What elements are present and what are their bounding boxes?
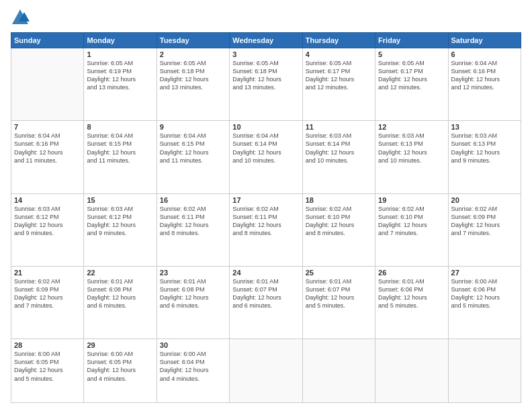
- day-number: 11: [306, 123, 372, 131]
- calendar-cell: 16Sunrise: 6:02 AMSunset: 6:11 PMDayligh…: [157, 193, 229, 266]
- day-info: Sunrise: 6:05 AMSunset: 6:18 PMDaylight:…: [232, 59, 299, 92]
- weekday-header-tuesday: Tuesday: [157, 33, 229, 48]
- calendar-cell: 12Sunrise: 6:03 AMSunset: 6:13 PMDayligh…: [375, 121, 448, 193]
- day-info: Sunrise: 6:00 AMSunset: 6:06 PMDaylight:…: [451, 277, 518, 310]
- day-number: 20: [451, 196, 518, 204]
- calendar-cell: 8Sunrise: 6:04 AMSunset: 6:15 PMDaylight…: [84, 121, 157, 193]
- weekday-header-monday: Monday: [84, 33, 157, 48]
- day-info: Sunrise: 6:03 AMSunset: 6:13 PMDaylight:…: [451, 132, 518, 165]
- calendar-cell: 7Sunrise: 6:04 AMSunset: 6:16 PMDaylight…: [11, 121, 84, 193]
- logo: [11, 8, 32, 27]
- calendar-week-row: 1Sunrise: 6:05 AMSunset: 6:19 PMDaylight…: [11, 48, 521, 121]
- day-number: 14: [14, 196, 81, 204]
- day-number: 19: [378, 196, 445, 204]
- calendar-cell: 29Sunrise: 6:00 AMSunset: 6:05 PMDayligh…: [84, 339, 157, 403]
- day-info: Sunrise: 6:02 AMSunset: 6:09 PMDaylight:…: [14, 277, 81, 310]
- day-info: Sunrise: 6:02 AMSunset: 6:10 PMDaylight:…: [378, 205, 445, 238]
- calendar-cell: 25Sunrise: 6:01 AMSunset: 6:07 PMDayligh…: [302, 266, 375, 338]
- day-number: 18: [306, 196, 372, 204]
- calendar-cell: 2Sunrise: 6:05 AMSunset: 6:18 PMDaylight…: [157, 48, 229, 121]
- calendar-cell: 26Sunrise: 6:01 AMSunset: 6:06 PMDayligh…: [375, 266, 448, 338]
- day-number: 27: [451, 269, 518, 277]
- calendar-cell: 5Sunrise: 6:05 AMSunset: 6:17 PMDaylight…: [375, 48, 448, 121]
- calendar-cell: [302, 339, 375, 403]
- day-number: 1: [87, 50, 153, 58]
- day-number: 25: [306, 269, 372, 277]
- day-number: 28: [14, 341, 81, 349]
- day-number: 10: [232, 123, 299, 131]
- day-number: 5: [378, 50, 445, 58]
- day-info: Sunrise: 6:04 AMSunset: 6:16 PMDaylight:…: [451, 59, 518, 92]
- calendar-week-row: 28Sunrise: 6:00 AMSunset: 6:05 PMDayligh…: [11, 339, 521, 403]
- calendar-cell: 19Sunrise: 6:02 AMSunset: 6:10 PMDayligh…: [375, 193, 448, 266]
- calendar-table: SundayMondayTuesdayWednesdayThursdayFrid…: [11, 32, 521, 403]
- day-info: Sunrise: 6:00 AMSunset: 6:05 PMDaylight:…: [87, 350, 153, 383]
- calendar-cell: [11, 48, 84, 121]
- day-info: Sunrise: 6:04 AMSunset: 6:16 PMDaylight:…: [14, 132, 81, 165]
- day-info: Sunrise: 6:01 AMSunset: 6:07 PMDaylight:…: [232, 277, 299, 310]
- day-info: Sunrise: 6:03 AMSunset: 6:13 PMDaylight:…: [378, 132, 445, 165]
- calendar-cell: 11Sunrise: 6:03 AMSunset: 6:14 PMDayligh…: [302, 121, 375, 193]
- day-number: 30: [160, 341, 226, 349]
- day-info: Sunrise: 6:04 AMSunset: 6:15 PMDaylight:…: [160, 132, 226, 165]
- day-info: Sunrise: 6:02 AMSunset: 6:11 PMDaylight:…: [232, 205, 299, 238]
- calendar-cell: 15Sunrise: 6:03 AMSunset: 6:12 PMDayligh…: [84, 193, 157, 266]
- weekday-header-thursday: Thursday: [302, 33, 375, 48]
- day-number: 15: [87, 196, 153, 204]
- day-info: Sunrise: 6:03 AMSunset: 6:12 PMDaylight:…: [87, 205, 153, 238]
- calendar-week-row: 21Sunrise: 6:02 AMSunset: 6:09 PMDayligh…: [11, 266, 521, 338]
- day-number: 13: [451, 123, 518, 131]
- day-number: 16: [160, 196, 226, 204]
- calendar-week-row: 14Sunrise: 6:03 AMSunset: 6:12 PMDayligh…: [11, 193, 521, 266]
- calendar-cell: 9Sunrise: 6:04 AMSunset: 6:15 PMDaylight…: [157, 121, 229, 193]
- day-info: Sunrise: 6:05 AMSunset: 6:18 PMDaylight:…: [160, 59, 226, 92]
- day-number: 26: [378, 269, 445, 277]
- calendar-cell: 23Sunrise: 6:01 AMSunset: 6:08 PMDayligh…: [157, 266, 229, 338]
- day-info: Sunrise: 6:03 AMSunset: 6:14 PMDaylight:…: [306, 132, 372, 165]
- day-number: 6: [451, 50, 518, 58]
- weekday-header-friday: Friday: [375, 33, 448, 48]
- weekday-header-saturday: Saturday: [448, 33, 521, 48]
- day-number: 7: [14, 123, 81, 131]
- weekday-header-wednesday: Wednesday: [230, 33, 302, 48]
- day-info: Sunrise: 6:01 AMSunset: 6:06 PMDaylight:…: [378, 277, 445, 310]
- day-info: Sunrise: 6:04 AMSunset: 6:15 PMDaylight:…: [87, 132, 153, 165]
- calendar-cell: 30Sunrise: 6:00 AMSunset: 6:04 PMDayligh…: [157, 339, 229, 403]
- day-info: Sunrise: 6:05 AMSunset: 6:19 PMDaylight:…: [87, 59, 153, 92]
- calendar-week-row: 7Sunrise: 6:04 AMSunset: 6:16 PMDaylight…: [11, 121, 521, 193]
- calendar-cell: [375, 339, 448, 403]
- header: [11, 8, 521, 27]
- calendar-cell: 14Sunrise: 6:03 AMSunset: 6:12 PMDayligh…: [11, 193, 84, 266]
- day-info: Sunrise: 6:04 AMSunset: 6:14 PMDaylight:…: [232, 132, 299, 165]
- calendar-cell: 18Sunrise: 6:02 AMSunset: 6:10 PMDayligh…: [302, 193, 375, 266]
- calendar-cell: 6Sunrise: 6:04 AMSunset: 6:16 PMDaylight…: [448, 48, 521, 121]
- day-number: 22: [87, 269, 153, 277]
- calendar-cell: [230, 339, 302, 403]
- day-info: Sunrise: 6:01 AMSunset: 6:07 PMDaylight:…: [306, 277, 372, 310]
- calendar-cell: 28Sunrise: 6:00 AMSunset: 6:05 PMDayligh…: [11, 339, 84, 403]
- day-info: Sunrise: 6:02 AMSunset: 6:10 PMDaylight:…: [306, 205, 372, 238]
- logo-icon: [11, 8, 30, 27]
- day-info: Sunrise: 6:00 AMSunset: 6:04 PMDaylight:…: [160, 350, 226, 383]
- day-info: Sunrise: 6:02 AMSunset: 6:09 PMDaylight:…: [451, 205, 518, 238]
- calendar-cell: 17Sunrise: 6:02 AMSunset: 6:11 PMDayligh…: [230, 193, 302, 266]
- day-info: Sunrise: 6:05 AMSunset: 6:17 PMDaylight:…: [378, 59, 445, 92]
- calendar-cell: 10Sunrise: 6:04 AMSunset: 6:14 PMDayligh…: [230, 121, 302, 193]
- calendar-cell: 27Sunrise: 6:00 AMSunset: 6:06 PMDayligh…: [448, 266, 521, 338]
- day-number: 9: [160, 123, 226, 131]
- page: SundayMondayTuesdayWednesdayThursdayFrid…: [0, 0, 532, 411]
- day-number: 4: [306, 50, 372, 58]
- calendar-cell: [448, 339, 521, 403]
- day-number: 2: [160, 50, 226, 58]
- weekday-header-sunday: Sunday: [11, 33, 84, 48]
- calendar-cell: 1Sunrise: 6:05 AMSunset: 6:19 PMDaylight…: [84, 48, 157, 121]
- weekday-header-row: SundayMondayTuesdayWednesdayThursdayFrid…: [11, 33, 521, 48]
- day-number: 3: [232, 50, 299, 58]
- day-info: Sunrise: 6:03 AMSunset: 6:12 PMDaylight:…: [14, 205, 81, 238]
- calendar-cell: 21Sunrise: 6:02 AMSunset: 6:09 PMDayligh…: [11, 266, 84, 338]
- day-number: 24: [232, 269, 299, 277]
- day-number: 21: [14, 269, 81, 277]
- day-info: Sunrise: 6:01 AMSunset: 6:08 PMDaylight:…: [87, 277, 153, 310]
- calendar-cell: 24Sunrise: 6:01 AMSunset: 6:07 PMDayligh…: [230, 266, 302, 338]
- calendar-cell: 3Sunrise: 6:05 AMSunset: 6:18 PMDaylight…: [230, 48, 302, 121]
